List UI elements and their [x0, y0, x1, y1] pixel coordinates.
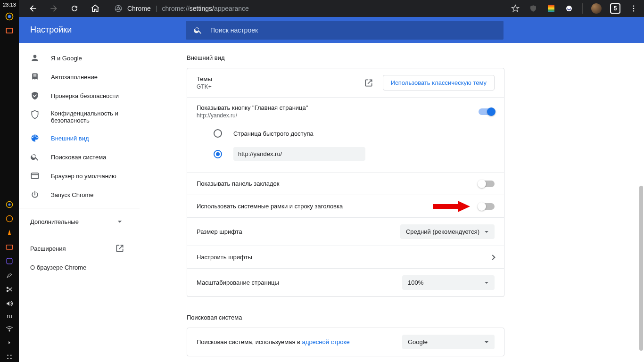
scissors-tray-icon[interactable]: [4, 284, 15, 295]
svg-point-4: [8, 204, 11, 206]
settings-search-box[interactable]: [186, 21, 504, 40]
chrome-app-icon[interactable]: [4, 11, 15, 22]
reload-button[interactable]: [66, 0, 83, 17]
scrollbar[interactable]: [637, 40, 644, 362]
custom-fonts-row[interactable]: Настроить шрифты: [187, 246, 504, 268]
volume-tray-icon[interactable]: [4, 298, 15, 309]
font-size-row: Размер шрифта Средний (рекомендуется): [187, 217, 504, 246]
svg-point-5: [6, 215, 12, 222]
search-engine-row: Поисковая система, используемая в адресн…: [187, 328, 504, 356]
svg-point-16: [117, 7, 119, 9]
chrome-page-icon: [114, 4, 123, 13]
expand-tray-icon[interactable]: [4, 337, 15, 348]
home-button-toggle[interactable]: [479, 108, 495, 115]
files-app-icon[interactable]: [4, 25, 15, 36]
sidebar-item-search-engine[interactable]: Поисковая система: [19, 148, 136, 166]
svg-point-11: [7, 354, 8, 356]
settings-header: Настройки: [19, 17, 644, 43]
svg-rect-6: [6, 245, 12, 249]
keyboard-layout-indicator[interactable]: ru: [7, 313, 12, 320]
address-bar[interactable]: Chrome | chrome://settings/appearance: [107, 4, 507, 13]
svg-point-17: [566, 6, 572, 11]
search-engine-select[interactable]: Google: [402, 335, 495, 349]
radio-new-tab-page[interactable]: [214, 129, 222, 138]
star-bookmark-icon[interactable]: [511, 4, 520, 13]
settings-page: Настройки Я и Google Автозаполнение: [19, 17, 644, 362]
settings-main: Внешний вид Темы GTK+ Использовать класс…: [140, 43, 644, 362]
os-taskbar: 23:13 ru: [0, 0, 19, 362]
page-zoom-select[interactable]: 100%: [402, 275, 495, 290]
sidebar-item-on-startup[interactable]: Запуск Chrome: [19, 185, 136, 204]
sidebar-item-advanced[interactable]: Дополнительные: [19, 212, 136, 231]
home-button-row: Показывать кнопку "Главная страница" htt…: [187, 97, 504, 172]
wifi-tray-icon[interactable]: [4, 323, 15, 334]
profile-avatar[interactable]: [591, 3, 602, 14]
chrome-toolbar: Chrome | chrome://settings/appearance 5: [19, 0, 644, 17]
firefox-tray-icon[interactable]: [4, 214, 15, 224]
address-app-label: Chrome: [127, 5, 151, 12]
svg-point-12: [10, 354, 12, 356]
annotation-arrow: [432, 200, 470, 213]
svg-rect-7: [7, 258, 12, 264]
chrome-tray-icon[interactable]: [4, 199, 15, 210]
settings-search-input[interactable]: [210, 26, 496, 34]
settings-title: Настройки: [19, 25, 186, 35]
search-engine-section-title: Поисковая система: [187, 314, 504, 321]
vlc-tray-icon[interactable]: [4, 228, 15, 238]
open-external-icon: [115, 244, 124, 253]
ublock-ext-icon[interactable]: [528, 4, 538, 13]
sidebar-item-about[interactable]: О браузере Chrome: [19, 258, 136, 277]
svg-point-1: [8, 15, 11, 18]
search-engine-card: Поисковая система, используемая в адресн…: [187, 328, 504, 356]
svg-rect-21: [32, 173, 39, 179]
chevron-down-icon: [115, 217, 124, 226]
sidebar-item-appearance[interactable]: Внешний вид: [19, 129, 136, 148]
svg-marker-24: [458, 201, 470, 212]
svg-point-9: [7, 290, 8, 292]
themes-row[interactable]: Темы GTK+ Использовать классическую тему: [187, 68, 504, 97]
radio-custom-url[interactable]: [214, 150, 222, 158]
system-frame-row: Использовать системные рамки и строку за…: [187, 195, 504, 217]
open-external-icon: [364, 78, 373, 88]
use-classic-theme-button[interactable]: Использовать классическую тему: [383, 75, 495, 90]
sidebar-item-safety-check[interactable]: Проверка безопасности: [19, 86, 136, 105]
svg-rect-2: [6, 28, 12, 33]
appearance-section-title: Внешний вид: [187, 54, 504, 61]
svg-point-14: [10, 358, 12, 359]
address-url: chrome://settings/appearance: [162, 5, 248, 12]
bookmarks-bar-row: Показывать панель закладок: [187, 172, 504, 195]
svg-point-19: [633, 8, 635, 9]
kebab-menu-icon[interactable]: [629, 4, 638, 13]
folder-tray-icon[interactable]: [4, 242, 15, 252]
system-frame-toggle[interactable]: [479, 203, 495, 210]
svg-point-8: [7, 287, 8, 289]
page-zoom-row: Масштабирование страницы 100%: [187, 268, 504, 296]
appearance-card: Темы GTK+ Использовать классическую тему…: [187, 68, 504, 297]
app-tray-icon[interactable]: [4, 256, 15, 266]
svg-point-13: [7, 358, 8, 359]
settings-sidebar: Я и Google Автозаполнение Проверка безоп…: [19, 43, 140, 362]
svg-point-10: [9, 330, 10, 331]
svg-point-18: [633, 5, 635, 7]
search-icon: [193, 25, 203, 35]
sidebar-item-extensions[interactable]: Расширения: [19, 239, 136, 258]
sidebar-item-privacy[interactable]: Конфиденциальность и безопасность: [19, 105, 136, 129]
home-button[interactable]: [87, 0, 104, 17]
apps-tray-icon[interactable]: [4, 352, 15, 362]
tab-count-badge[interactable]: 5: [610, 3, 620, 14]
svg-point-20: [633, 10, 635, 12]
address-bar-link[interactable]: адресной строке: [302, 338, 350, 346]
chevron-right-icon: [490, 255, 495, 260]
ext-color-icon[interactable]: [546, 4, 556, 13]
home-url-input[interactable]: http://yandex.ru/: [233, 147, 365, 161]
os-clock: 23:13: [3, 2, 16, 8]
back-button[interactable]: [25, 0, 41, 17]
font-size-select[interactable]: Средний (рекомендуется): [400, 224, 495, 239]
sidebar-item-default-browser[interactable]: Браузер по умолчанию: [19, 166, 136, 185]
sidebar-item-autofill[interactable]: Автозаполнение: [19, 67, 136, 86]
bookmarks-bar-toggle[interactable]: [479, 181, 495, 187]
sidebar-item-you-and-google[interactable]: Я и Google: [19, 49, 136, 67]
leaf-tray-icon[interactable]: [4, 270, 15, 280]
ext-circle-icon[interactable]: [564, 4, 574, 13]
forward-button[interactable]: [45, 0, 62, 17]
